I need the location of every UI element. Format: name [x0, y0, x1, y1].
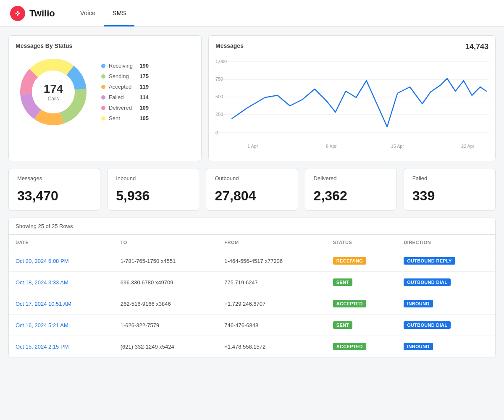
stat-card-inbound: Inbound 5,936	[107, 168, 199, 211]
legend-dot	[101, 95, 105, 100]
legend-item: Sent 105	[101, 115, 149, 121]
table-card: Showing 25 of 25 Rows DATETOFROMSTATUSDI…	[8, 218, 496, 357]
date-link[interactable]: Oct 15, 2024 2:15 PM	[16, 344, 68, 350]
cell-from: +1.478.558.1572	[218, 336, 326, 357]
svg-text:250: 250	[215, 112, 223, 117]
stat-value: 33,470	[17, 188, 92, 204]
cell-from: 746-476-6848	[218, 315, 326, 336]
svg-text:1,000: 1,000	[215, 59, 227, 64]
date-link[interactable]: Oct 18, 2024 3:33 AM	[16, 279, 68, 286]
stat-card-messages: Messages 33,470	[8, 168, 100, 211]
stats-row: Messages 33,470 Inbound 5,936 Outbound 2…	[8, 168, 496, 211]
messages-chart-card: Messages 14,743 1,000 750 500 250 0	[208, 35, 496, 161]
status-body: 174 Calls Receiving 190 Sending 175 Acce…	[16, 54, 194, 130]
main-nav: Voice SMS	[72, 0, 134, 26]
stat-value: 27,804	[215, 188, 289, 204]
legend-item: Delivered 109	[101, 105, 149, 111]
main-content: Messages By Status	[0, 27, 504, 366]
cell-date[interactable]: Oct 15, 2024 2:15 PM	[9, 336, 114, 357]
cell-direction: OUTBOUND DIAL	[397, 315, 495, 336]
direction-badge: INBOUND	[404, 300, 433, 307]
date-link[interactable]: Oct 20, 2024 6:08 PM	[16, 258, 68, 264]
legend-dot	[101, 116, 105, 121]
twilio-icon-svg	[13, 9, 22, 18]
status-badge: ACCEPTED	[333, 300, 366, 307]
svg-text:0: 0	[215, 130, 218, 135]
legend-item: Sending 175	[101, 73, 149, 79]
legend: Receiving 190 Sending 175 Accepted 119 F…	[101, 63, 149, 121]
chart-area: 1,000 750 500 250 0 1 Apr 8 Apr 15 Apr 2…	[215, 58, 488, 154]
donut-center: 174 Calls	[44, 82, 63, 102]
donut-chart: 174 Calls	[16, 54, 91, 130]
cell-to: 1-781-765-1750 x4551	[114, 250, 218, 272]
col-to: TO	[114, 235, 218, 250]
date-link[interactable]: Oct 16, 2024 5:21 AM	[16, 322, 68, 328]
col-date: DATE	[9, 235, 114, 250]
chart-header: Messages 14,743	[215, 42, 488, 54]
table-row: Oct 17, 2024 10:51 AM 262-516-9166 x3846…	[9, 293, 495, 315]
cell-date[interactable]: Oct 20, 2024 6:08 PM	[9, 250, 114, 272]
cell-direction: OUTBOUND DIAL	[397, 272, 495, 293]
cell-date[interactable]: Oct 17, 2024 10:51 AM	[9, 293, 114, 315]
table-row: Oct 20, 2024 6:08 PM 1-781-765-1750 x455…	[9, 250, 495, 272]
cell-to: (621) 332-1249 x5424	[114, 336, 218, 357]
stat-label: Messages	[17, 175, 92, 181]
svg-text:8 Apr: 8 Apr	[326, 144, 337, 149]
legend-dot	[101, 74, 105, 79]
table-row: Oct 15, 2024 2:15 PM (621) 332-1249 x542…	[9, 336, 495, 357]
cell-from: +1.729.246.6707	[218, 293, 326, 315]
donut-number: 174	[44, 82, 63, 96]
header: Twilio Voice SMS	[0, 0, 504, 27]
table-row: Oct 18, 2024 3:33 AM 696.330.6780 x49709…	[9, 272, 495, 293]
messages-table: DATETOFROMSTATUSDIRECTION Oct 20, 2024 6…	[9, 235, 495, 357]
stat-value: 5,936	[116, 188, 190, 204]
top-row: Messages By Status	[8, 35, 496, 161]
logo-text: Twilio	[29, 8, 55, 19]
legend-dot	[101, 106, 105, 110]
date-link[interactable]: Oct 17, 2024 10:51 AM	[16, 301, 71, 307]
direction-badge: OUTBOUND DIAL	[404, 278, 451, 286]
cell-status: SENT	[326, 315, 397, 336]
stat-card-delivered: Delivered 2,362	[305, 168, 397, 211]
cell-status: RECEIVING	[326, 250, 397, 272]
legend-label: Sent	[109, 115, 133, 121]
cell-direction: INBOUND	[397, 336, 495, 357]
legend-label: Accepted	[109, 84, 133, 90]
legend-value: 119	[136, 84, 149, 90]
cell-status: SENT	[326, 272, 397, 293]
status-badge: SENT	[333, 278, 353, 286]
legend-item: Receiving 190	[101, 63, 149, 69]
direction-badge: OUTBOUND DIAL	[404, 321, 451, 329]
status-badge: ACCEPTED	[333, 343, 366, 350]
legend-value: 109	[136, 105, 149, 111]
svg-point-0	[17, 11, 18, 13]
legend-value: 190	[136, 63, 149, 69]
status-card-title: Messages By Status	[16, 42, 194, 49]
line-chart-svg: 1,000 750 500 250 0 1 Apr 8 Apr 15 Apr 2…	[215, 58, 488, 154]
cell-to: 262-516-9166 x3846	[114, 293, 218, 315]
table-info: Showing 25 of 25 Rows	[9, 218, 495, 235]
legend-label: Sending	[109, 73, 133, 79]
svg-text:15 Apr: 15 Apr	[391, 144, 404, 149]
cell-direction: INBOUND	[397, 293, 495, 315]
twilio-logo-icon	[10, 6, 25, 21]
chart-title: Messages	[215, 42, 244, 49]
nav-sms[interactable]: SMS	[104, 0, 134, 26]
legend-item: Failed 114	[101, 94, 149, 100]
stat-card-failed: Failed 339	[404, 168, 496, 211]
svg-text:500: 500	[215, 94, 223, 99]
status-badge: RECEIVING	[333, 257, 366, 265]
nav-voice[interactable]: Voice	[72, 0, 104, 26]
col-status: STATUS	[326, 235, 397, 250]
stat-label: Outbound	[215, 175, 289, 181]
cell-from: 775.719.6247	[218, 272, 326, 293]
cell-date[interactable]: Oct 16, 2024 5:21 AM	[9, 315, 114, 336]
legend-label: Receiving	[109, 63, 133, 69]
col-from: FROM	[218, 235, 326, 250]
legend-item: Accepted 119	[101, 84, 149, 90]
logo: Twilio	[10, 6, 55, 21]
stat-label: Delivered	[314, 175, 388, 181]
legend-value: 175	[136, 73, 149, 79]
cell-date[interactable]: Oct 18, 2024 3:33 AM	[9, 272, 114, 293]
table-body: Oct 20, 2024 6:08 PM 1-781-765-1750 x455…	[9, 250, 495, 357]
